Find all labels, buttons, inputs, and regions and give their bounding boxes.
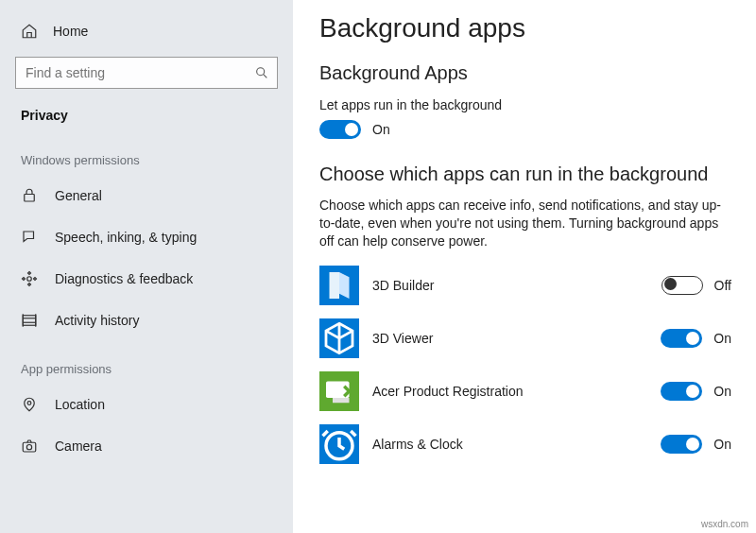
svg-rect-13: [333, 398, 350, 403]
svg-rect-2: [25, 195, 35, 202]
search-input[interactable]: [26, 65, 254, 80]
sidebar-item-general[interactable]: General: [0, 175, 293, 216]
sidebar-item-speech[interactable]: Speech, inking, & typing: [0, 216, 293, 258]
camera-icon: [21, 438, 38, 455]
main-content: Background apps Background Apps Let apps…: [293, 0, 756, 533]
sidebar-item-label: Diagnostics & feedback: [55, 271, 193, 286]
app-toggle-alarms[interactable]: [661, 435, 702, 454]
svg-point-3: [27, 277, 32, 282]
app-toggle-acer[interactable]: [661, 382, 702, 401]
search-icon: [254, 65, 269, 80]
app-toggle-state: On: [713, 437, 731, 452]
app-icon-3d-viewer: [319, 318, 359, 358]
sidebar-item-label: Camera: [55, 438, 102, 454]
app-name: Acer Product Registration: [372, 384, 637, 399]
app-icon-3d-builder: [319, 266, 359, 305]
group-label: Windows permissions: [0, 132, 293, 175]
svg-rect-4: [23, 316, 36, 326]
app-list: 3D Builder Off 3D Viewer On Acer Product…: [319, 266, 731, 464]
sidebar-item-camera[interactable]: Camera: [0, 425, 293, 467]
app-toggle-3d-builder[interactable]: [662, 276, 703, 295]
nav-group-app-permissions: App permissions Location Camera: [0, 341, 293, 467]
svg-rect-10: [23, 442, 36, 452]
home-label: Home: [53, 24, 88, 39]
section-title: Privacy: [0, 102, 293, 132]
svg-point-0: [257, 68, 265, 76]
group-label: App permissions: [0, 341, 293, 384]
svg-line-1: [264, 75, 267, 78]
svg-point-11: [26, 445, 31, 450]
app-icon-acer: [319, 371, 359, 411]
app-toggle-state: On: [713, 384, 731, 399]
master-toggle[interactable]: [319, 120, 361, 139]
sidebar-item-label: Location: [55, 397, 105, 412]
choose-heading: Choose which apps can run in the backgro…: [319, 163, 731, 185]
sidebar-item-diagnostics[interactable]: Diagnostics & feedback: [0, 258, 293, 300]
app-icon-alarms: [319, 424, 359, 464]
nav-group-windows-permissions: Windows permissions General Speech, inki…: [0, 132, 293, 341]
search-input-wrap[interactable]: [15, 57, 278, 89]
app-toggle-3d-viewer[interactable]: [661, 329, 702, 348]
watermark: wsxdn.com: [701, 519, 748, 529]
sidebar: Home Privacy Windows permissions General…: [0, 0, 293, 533]
sidebar-item-label: General: [55, 188, 102, 203]
app-toggle-state: On: [713, 331, 731, 346]
diagnostics-icon: [21, 270, 38, 287]
app-name: Alarms & Clock: [372, 437, 637, 452]
sidebar-item-label: Speech, inking, & typing: [55, 230, 197, 245]
section-heading: Background Apps: [319, 62, 731, 84]
app-toggle-state: Off: [714, 278, 731, 293]
master-toggle-state: On: [372, 122, 390, 137]
app-name: 3D Builder: [372, 278, 637, 293]
sidebar-item-activity[interactable]: Activity history: [0, 300, 293, 341]
lock-icon: [21, 187, 38, 204]
choose-description: Choose which apps can receive info, send…: [319, 197, 726, 250]
home-icon: [21, 23, 38, 40]
svg-point-9: [27, 402, 31, 405]
master-toggle-label: Let apps run in the background: [319, 97, 731, 112]
speech-icon: [21, 229, 38, 246]
page-title: Background apps: [319, 13, 731, 43]
app-row-alarms: Alarms & Clock On: [319, 424, 731, 464]
app-row-3d-viewer: 3D Viewer On: [319, 318, 731, 358]
sidebar-item-location[interactable]: Location: [0, 384, 293, 425]
app-row-3d-builder: 3D Builder Off: [319, 266, 731, 305]
app-name: 3D Viewer: [372, 331, 637, 346]
activity-icon: [21, 312, 38, 329]
location-icon: [21, 396, 38, 413]
home-nav[interactable]: Home: [0, 17, 293, 53]
app-row-acer: Acer Product Registration On: [319, 371, 731, 411]
sidebar-item-label: Activity history: [55, 313, 139, 328]
